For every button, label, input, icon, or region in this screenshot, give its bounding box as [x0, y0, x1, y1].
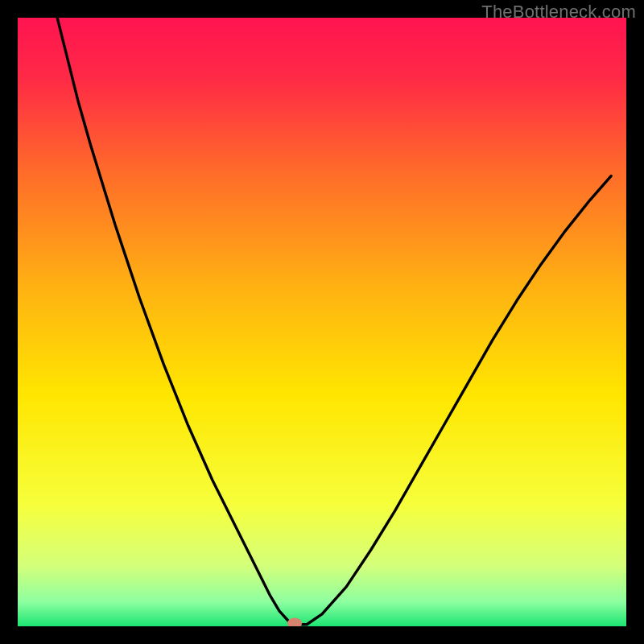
bottleneck-chart [18, 18, 626, 626]
chart-container: TheBottleneck.com [0, 0, 644, 644]
gradient-background [18, 18, 626, 626]
